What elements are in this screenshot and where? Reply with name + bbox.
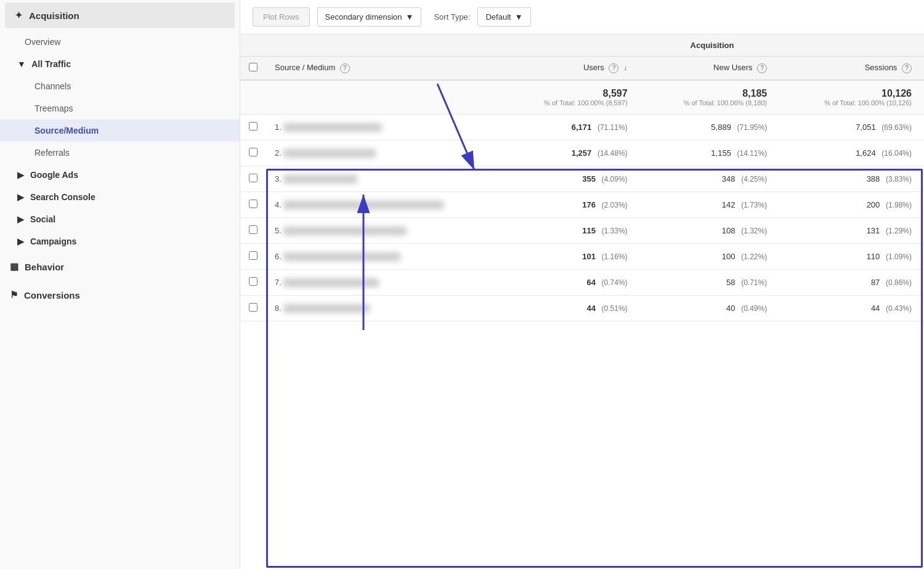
sidebar-item-google-ads[interactable]: ▶ Google Ads: [0, 164, 240, 186]
row-check[interactable]: [240, 115, 266, 140]
col-new-users-header: New Users ?: [640, 57, 780, 81]
totals-row: 8,597 % of Total: 100.00% (8,597) 8,185 …: [240, 80, 924, 115]
sidebar-item-search-console[interactable]: ▶ Search Console: [0, 186, 240, 208]
total-new-users-value: 8,185: [742, 88, 767, 99]
chevron-down-icon: ▼: [406, 12, 414, 22]
col-check-header: [240, 57, 266, 81]
source-medium-label: Source/Medium: [34, 126, 99, 135]
sidebar-item-acquisition[interactable]: ✦ Acquisition: [5, 2, 235, 28]
row-new-users: 5,889 (71.95%): [640, 115, 780, 140]
row-new-users-value: 5,889: [711, 123, 731, 132]
row-new-users-value: 348: [722, 174, 736, 184]
sidebar-item-treemaps[interactable]: Treemaps: [0, 97, 240, 119]
sidebar-item-referrals[interactable]: Referrals: [0, 142, 240, 164]
row-sessions-value: 44: [871, 304, 880, 313]
row-check[interactable]: [240, 270, 266, 296]
row-source: 6.: [266, 244, 500, 270]
row-users-value: 176: [582, 200, 596, 209]
row-check[interactable]: [240, 192, 266, 218]
total-new-users-sub: % of Total: 100.06% (8,180): [649, 99, 768, 107]
total-sessions-sub: % of Total: 100.00% (10,126): [788, 99, 912, 107]
row-sessions: 1,624 (16.04%): [779, 140, 924, 166]
sidebar-item-campaigns[interactable]: ▶ Campaigns: [0, 230, 240, 252]
source-help-icon[interactable]: ?: [340, 63, 350, 73]
row-checkbox[interactable]: [249, 303, 257, 312]
arrow-icon: ▼: [17, 59, 26, 69]
row-new-users-value: 108: [722, 226, 736, 235]
row-checkbox[interactable]: [249, 277, 257, 286]
row-sessions-value: 1,624: [856, 148, 876, 158]
row-users-pct: (71.11%): [598, 123, 628, 132]
new-users-help-icon[interactable]: ?: [757, 63, 767, 73]
row-new-users-pct: (0.71%): [741, 278, 767, 287]
row-new-users-value: 100: [722, 252, 736, 261]
users-help-icon[interactable]: ?: [609, 63, 618, 73]
row-source: 8.: [266, 296, 500, 321]
table-row: 1. 6,171 (71.11%) 5,889 (71.95%) 7,051 (…: [240, 115, 924, 140]
table-row: 4. 176 (2.03%) 142 (1.73%) 200 (1.98%): [240, 192, 924, 218]
sidebar-item-overview[interactable]: Overview: [0, 31, 240, 53]
row-sessions-pct: (16.04%): [881, 149, 912, 158]
row-users-value: 1,257: [572, 148, 592, 158]
row-new-users-value: 1,155: [711, 148, 731, 158]
row-checkbox[interactable]: [249, 251, 257, 260]
row-check[interactable]: [240, 296, 266, 321]
sidebar-item-conversions[interactable]: ⚑ Conversions: [0, 281, 240, 309]
row-sessions: 44 (0.43%): [779, 296, 924, 321]
row-new-users-value: 58: [726, 278, 735, 287]
sidebar-item-behavior[interactable]: ▦ Behavior: [0, 252, 240, 281]
sidebar-item-source-medium[interactable]: Source/Medium: [0, 119, 240, 142]
sidebar-item-all-traffic[interactable]: ▼ All Traffic: [0, 53, 240, 75]
totals-source: [266, 80, 500, 115]
row-sessions-pct: (69.63%): [881, 123, 912, 132]
row-number: 4.: [275, 200, 282, 209]
row-sessions: 87 (0.86%): [779, 270, 924, 296]
row-checkbox[interactable]: [249, 225, 257, 234]
secondary-dimension-dropdown[interactable]: Secondary dimension ▼: [317, 7, 422, 26]
row-new-users: 1,155 (14.11%): [640, 140, 780, 166]
sidebar-item-social[interactable]: ▶ Social: [0, 208, 240, 230]
row-source-blurred: [283, 304, 370, 313]
col-users-header: Users ? ↓: [500, 57, 640, 81]
sort-default-dropdown[interactable]: Default ▼: [477, 7, 530, 26]
sessions-help-icon[interactable]: ?: [902, 63, 912, 73]
row-number: 7.: [275, 278, 282, 287]
row-number: 6.: [275, 252, 282, 261]
total-users-sub: % of Total: 100.00% (8,597): [509, 99, 628, 107]
row-new-users-pct: (71.95%): [737, 123, 768, 132]
sidebar-item-channels[interactable]: Channels: [0, 75, 240, 97]
col-header-acquisition: Acquisition: [500, 34, 924, 57]
row-users-value: 64: [586, 278, 595, 287]
row-source-blurred: [283, 278, 379, 287]
row-check[interactable]: [240, 140, 266, 166]
row-new-users: 108 (1.32%): [640, 218, 780, 244]
row-check[interactable]: [240, 218, 266, 244]
row-number: 5.: [275, 226, 282, 235]
search-console-label: Search Console: [30, 192, 95, 202]
row-checkbox[interactable]: [249, 148, 257, 156]
row-number: 3.: [275, 174, 282, 184]
sort-default-label: Default: [485, 12, 511, 22]
acquisition-label: Acquisition: [29, 10, 79, 21]
select-all-checkbox[interactable]: [249, 63, 257, 71]
plot-rows-button[interactable]: Plot Rows: [253, 7, 310, 26]
row-source-blurred: [283, 227, 407, 235]
secondary-dimension-label: Secondary dimension: [325, 12, 402, 22]
row-checkbox[interactable]: [249, 200, 257, 208]
totals-users: 8,597 % of Total: 100.00% (8,597): [500, 80, 640, 115]
row-users-value: 101: [582, 252, 596, 261]
row-sessions: 110 (1.09%): [779, 244, 924, 270]
row-source-blurred: [283, 175, 357, 184]
row-check[interactable]: [240, 244, 266, 270]
behavior-label: Behavior: [25, 262, 64, 272]
row-source: 7.: [266, 270, 500, 296]
new-users-col-label: New Users: [713, 63, 753, 72]
row-users-value: 6,171: [572, 123, 592, 132]
social-label: Social: [30, 214, 55, 224]
row-users-value: 355: [582, 174, 596, 184]
row-checkbox[interactable]: [249, 174, 257, 182]
row-check[interactable]: [240, 166, 266, 192]
row-checkbox[interactable]: [249, 122, 257, 131]
conversions-label: Conversions: [24, 290, 80, 301]
row-sessions-value: 7,051: [856, 123, 876, 132]
